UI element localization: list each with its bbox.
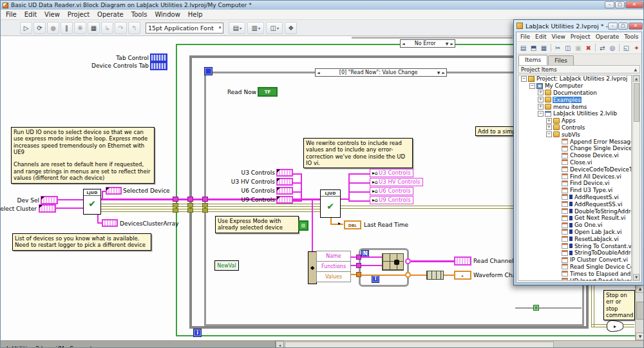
close-button[interactable]: ✕ xyxy=(625,1,643,8)
tree-expander[interactable]: + xyxy=(546,118,552,124)
distribute-objects-button[interactable]: ▥ xyxy=(247,22,264,34)
comment-stop-on[interactable]: Stop on err or stop command xyxy=(603,290,635,320)
tree-item[interactable]: Go One.vi xyxy=(518,222,631,229)
comment-run-ud-io[interactable]: Run UD IO once to select device so that … xyxy=(11,127,155,184)
menu-item[interactable]: Help xyxy=(184,11,207,18)
menu-item[interactable]: View xyxy=(549,34,568,40)
tree-expander[interactable]: + xyxy=(538,97,544,102)
control-local-variable[interactable]: U9 Controls xyxy=(370,196,413,204)
read-now-terminal[interactable]: TF xyxy=(258,87,278,97)
ud-select-cluster-terminal[interactable] xyxy=(39,204,56,213)
comment-rewrite-controls[interactable]: We rewrite controls to include read valu… xyxy=(303,138,413,168)
tree-item[interactable]: + Examples xyxy=(518,96,631,103)
case-selector-label[interactable]: ◄ No Error ▼ ► xyxy=(400,39,455,48)
devices-cluster-array-terminal[interactable] xyxy=(102,219,118,227)
menu-item[interactable]: Edit xyxy=(21,11,41,18)
selector-left-arrow-icon[interactable]: ◄ xyxy=(402,41,405,46)
control-local-variable[interactable]: U6 Controls xyxy=(370,187,413,195)
close-button[interactable]: ✕ xyxy=(629,23,643,30)
cluster-terminal[interactable] xyxy=(276,196,293,204)
delete-button[interactable]: ✖ xyxy=(583,43,593,53)
unbundle-field[interactable]: Values xyxy=(316,271,351,282)
tree-expander[interactable]: + xyxy=(546,124,552,130)
unbundle-field[interactable]: Functions xyxy=(316,261,351,272)
tree-item[interactable]: StringToDoubleAddress.vi xyxy=(518,249,631,256)
align-objects-button[interactable]: ▤ xyxy=(229,22,245,34)
cluster-terminal[interactable] xyxy=(276,178,293,186)
ljud-vi-node[interactable]: LJUD ✔ xyxy=(83,189,101,215)
selector-right-arrow-icon[interactable]: ► xyxy=(442,70,445,75)
index-array-node[interactable] xyxy=(382,253,404,271)
menu-item[interactable]: Window xyxy=(641,34,644,40)
selected-device-local-variable[interactable] xyxy=(106,187,122,195)
unbundle-field[interactable]: Name xyxy=(316,251,351,262)
tree-item[interactable]: UD Insert Read Values.vi xyxy=(518,277,631,281)
menu-item[interactable]: Operate xyxy=(93,11,128,18)
tree-item[interactable]: DoubleToStringAddress.vi xyxy=(518,208,631,215)
tree-item[interactable]: − subVIs xyxy=(518,131,631,138)
abort-button[interactable]: ● xyxy=(47,22,59,34)
event-data-node-newval[interactable]: NewVal xyxy=(214,260,239,271)
cluster-terminal[interactable] xyxy=(276,187,293,195)
scroll-up-button[interactable]: ▲ xyxy=(636,285,644,293)
minimize-button[interactable]: – xyxy=(605,1,614,8)
control-local-variable[interactable]: U3 Controls xyxy=(370,169,413,177)
maximize-button[interactable]: ▢ xyxy=(615,1,625,8)
tree-expander[interactable]: − xyxy=(521,76,527,82)
tree-item[interactable]: Find U3 Type.vi xyxy=(518,187,631,194)
new-vi-button[interactable]: ▤ xyxy=(518,43,528,53)
tab-control-terminal[interactable] xyxy=(150,53,167,62)
run-continuous-button[interactable]: ⟳ xyxy=(33,22,46,34)
selector-left-arrow-icon[interactable]: ◄ xyxy=(317,70,320,75)
while-iteration-terminal[interactable]: i xyxy=(193,329,202,337)
tree-item[interactable]: Choose Device.vi xyxy=(518,152,631,159)
dev-sel-terminal[interactable] xyxy=(41,196,58,204)
run-button[interactable]: ▷ xyxy=(20,22,32,34)
for-loop-iteration-terminal[interactable]: i xyxy=(372,275,379,283)
tree-item[interactable]: AddRequestS.vi xyxy=(518,194,631,201)
project-explorer-window[interactable]: LabJack Utilities 2.lvproj * - Projec...… xyxy=(513,19,644,285)
tree-item[interactable]: Find All Devices.vi xyxy=(518,173,631,180)
menu-item[interactable]: File xyxy=(2,11,21,18)
header-arrow-icon[interactable]: ▲ xyxy=(634,67,637,72)
comment-express-mode[interactable]: Use Express Mode with already selected d… xyxy=(215,216,299,233)
menu-item[interactable]: File xyxy=(518,34,533,40)
comment-list-of-devices[interactable]: List of devices so you know what is avai… xyxy=(12,233,151,251)
tree-item[interactable]: − My Computer xyxy=(518,82,631,90)
control-local-variable[interactable]: U3 HV Controls xyxy=(370,178,423,186)
step-into-button[interactable]: ↳ xyxy=(101,22,113,34)
pause-button[interactable]: ∥ xyxy=(61,22,73,34)
menu-item[interactable]: View xyxy=(41,11,64,18)
tree-item[interactable]: + Controls xyxy=(518,124,631,131)
main-title-bar[interactable]: Basic UD Data Reader.vi Block Diagram on… xyxy=(1,1,644,10)
vertical-scrollbar[interactable]: ▲ ▼ xyxy=(635,285,644,340)
selector-down-arrow-icon[interactable]: ▼ xyxy=(446,41,449,46)
tree-item[interactable]: DeviceCodeToDeviceType.vi xyxy=(518,166,631,173)
or-function-node[interactable]: ▸ xyxy=(607,320,623,332)
menu-item[interactable]: Tools xyxy=(621,34,641,40)
tree-item[interactable]: Get Next Result.vi xyxy=(518,215,631,222)
unbundle-by-name-node[interactable]: NameFunctionsValues xyxy=(316,251,351,282)
step-out-button[interactable]: ↰ xyxy=(128,22,140,34)
save-all-button[interactable]: ▦ xyxy=(539,43,549,53)
vertical-scroll-thumb[interactable] xyxy=(636,302,644,320)
tree-item[interactable]: AddRequestSS.vi xyxy=(518,200,631,208)
maximize-button[interactable]: ▢ xyxy=(618,23,628,30)
tree-item[interactable]: − LabJack Utilities 2.lvlib xyxy=(518,110,631,117)
last-read-time-terminal[interactable]: DBL xyxy=(344,220,361,229)
tab-items[interactable]: Items xyxy=(518,55,547,65)
horizontal-scrollbar[interactable]: LabJack Utilities 2.lvproj/My Computer ◂ xyxy=(1,340,644,348)
retain-wire-values-button[interactable]: ▦ xyxy=(88,22,100,34)
tree-expander[interactable]: + xyxy=(538,104,544,110)
menu-item[interactable]: Operate xyxy=(593,34,622,40)
menu-item[interactable]: Project xyxy=(568,34,593,40)
tree-item[interactable]: IP Cluster Convert.vi xyxy=(518,256,631,264)
tree-item[interactable]: Change Single Device Address.vi xyxy=(518,145,631,152)
tree-item[interactable]: Read Single Device Configuratio xyxy=(518,264,631,271)
step-over-button[interactable]: ↷ xyxy=(115,22,127,34)
menu-item[interactable]: Project xyxy=(64,11,93,18)
selector-right-arrow-icon[interactable]: ► xyxy=(450,41,453,46)
tree-item[interactable]: Append Error Message.vi xyxy=(518,138,631,145)
menu-item[interactable]: Tools xyxy=(128,11,151,18)
cut-button[interactable]: ✂ xyxy=(553,43,562,53)
